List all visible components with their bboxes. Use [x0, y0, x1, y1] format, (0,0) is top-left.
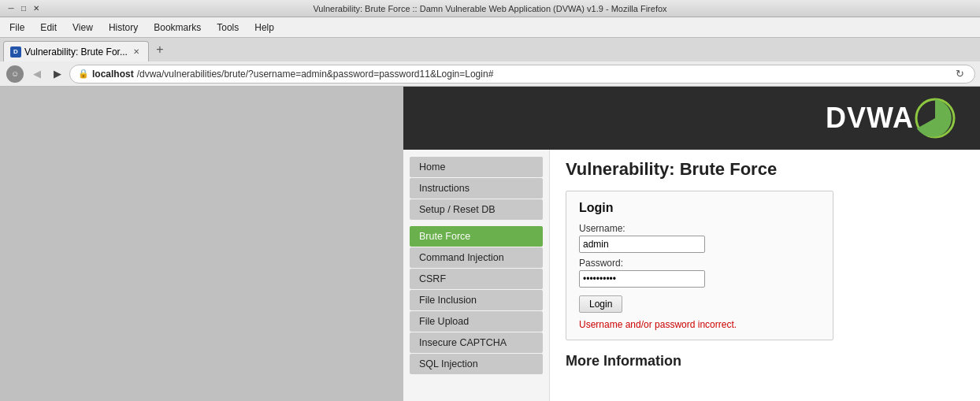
menu-help[interactable]: Help: [248, 20, 280, 35]
menu-file[interactable]: File: [3, 20, 31, 35]
menu-edit[interactable]: Edit: [34, 20, 63, 35]
address-bar: ☺ ◀ ▶ 🔒 localhost /dvwa/vulnerabilities/…: [0, 61, 980, 87]
dvwa-logo-circle: [914, 97, 956, 139]
username-label: Username:: [579, 223, 820, 234]
menu-bar: File Edit View History Bookmarks Tools H…: [0, 17, 980, 38]
login-title: Login: [579, 201, 820, 215]
left-panel: [0, 87, 403, 401]
back-button[interactable]: ◀: [28, 65, 46, 83]
nav-brute-force[interactable]: Brute Force: [410, 226, 543, 247]
menu-view[interactable]: View: [66, 20, 99, 35]
menu-tools[interactable]: Tools: [210, 20, 245, 35]
lock-icon: 🔒: [78, 69, 89, 79]
window-title-bar: ─ □ ✕ Vulnerability: Brute Force :: Damn…: [0, 0, 980, 17]
nav-home[interactable]: Home: [410, 157, 543, 177]
nav-file-upload[interactable]: File Upload: [410, 311, 543, 332]
menu-bookmarks[interactable]: Bookmarks: [147, 20, 207, 35]
page-title: Vulnerability: Brute Force: [566, 159, 964, 180]
password-input[interactable]: [579, 270, 705, 288]
nav-file-inclusion[interactable]: File Inclusion: [410, 290, 543, 310]
tab-close-button[interactable]: ✕: [131, 46, 142, 58]
login-box: Login Username: Password: Login Username…: [566, 191, 833, 340]
nav-instructions[interactable]: Instructions: [410, 178, 543, 199]
window-controls: ─ □ ✕: [5, 2, 43, 15]
dvwa-header: DVWA: [403, 87, 980, 150]
dvwa-main: Vulnerability: Brute Force Login Usernam…: [549, 150, 980, 401]
username-input[interactable]: [579, 236, 705, 253]
new-tab-button[interactable]: +: [150, 40, 169, 59]
refresh-button[interactable]: ↻: [952, 67, 967, 81]
password-label: Password:: [579, 258, 820, 269]
tab-label: Vulnerability: Brute For...: [24, 46, 128, 58]
url-box[interactable]: 🔒 localhost /dvwa/vulnerabilities/brute/…: [69, 65, 975, 84]
window-maximize[interactable]: □: [17, 2, 30, 15]
more-info-title: More Information: [566, 353, 964, 369]
nav-insecure-captcha[interactable]: Insecure CAPTCHA: [410, 332, 543, 353]
tab-bar: D Vulnerability: Brute For... ✕ +: [0, 38, 980, 61]
forward-button[interactable]: ▶: [49, 65, 66, 83]
window-minimize[interactable]: ─: [5, 2, 17, 15]
content-area: DVWA Home Instructions Setup / Reset DB …: [0, 87, 980, 401]
nav-command-injection[interactable]: Command Injection: [410, 247, 543, 268]
dvwa-logo: DVWA: [826, 97, 956, 139]
profile-icon: ☺: [6, 65, 24, 83]
active-tab[interactable]: D Vulnerability: Brute For... ✕: [3, 41, 149, 61]
error-message: Username and/or password incorrect.: [579, 319, 820, 330]
window-close[interactable]: ✕: [30, 2, 43, 15]
url-domain: localhost: [92, 69, 134, 80]
dvwa-body: Home Instructions Setup / Reset DB Brute…: [403, 150, 980, 401]
nav-sql-injection[interactable]: SQL Injection: [410, 354, 543, 374]
window-title-text: Vulnerability: Brute Force :: Damn Vulne…: [313, 4, 666, 13]
login-button[interactable]: Login: [579, 295, 622, 313]
nav-csrf[interactable]: CSRF: [410, 269, 543, 289]
profile-area: ☺: [5, 65, 25, 83]
dvwa-nav: Home Instructions Setup / Reset DB Brute…: [403, 150, 549, 401]
tab-favicon: D: [10, 46, 21, 58]
url-path: /dvwa/vulnerabilities/brute/?username=ad…: [137, 69, 494, 80]
menu-history[interactable]: History: [102, 20, 144, 35]
nav-setup[interactable]: Setup / Reset DB: [410, 199, 543, 220]
dvwa-logo-text: DVWA: [826, 102, 914, 135]
nav-spacer: [403, 221, 549, 225]
dvwa-content: DVWA Home Instructions Setup / Reset DB …: [403, 87, 980, 401]
